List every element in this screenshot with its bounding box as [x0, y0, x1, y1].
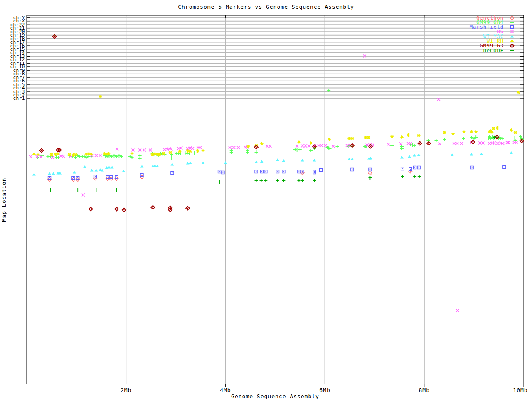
data-point — [171, 172, 174, 175]
data-point — [202, 149, 205, 152]
data-point — [199, 146, 202, 149]
data-point — [276, 158, 279, 161]
data-point — [313, 159, 316, 162]
data-point — [115, 155, 118, 158]
data-point — [332, 145, 335, 148]
x-axis-title: Genome Sequence Assembly — [0, 393, 532, 399]
data-point — [443, 138, 446, 141]
legend-item-gm99-gb4: GM99 GB4 — [0, 20, 532, 25]
data-point — [407, 133, 410, 137]
data-point — [192, 151, 196, 155]
data-point — [103, 152, 106, 155]
data-point — [170, 148, 173, 151]
data-point — [218, 170, 221, 173]
data-point — [131, 149, 134, 152]
data-point — [328, 138, 331, 141]
data-point — [282, 179, 285, 182]
data-point — [170, 156, 173, 160]
data-point — [418, 175, 421, 178]
data-point — [298, 148, 302, 151]
data-point — [364, 136, 367, 139]
data-point — [400, 147, 404, 150]
data-point — [413, 144, 416, 147]
data-point — [107, 152, 110, 155]
data-point — [170, 163, 174, 166]
data-point — [108, 166, 111, 169]
data-point — [94, 169, 98, 172]
data-point — [95, 154, 98, 157]
legend-item-marshfield: Marshfield — [0, 25, 532, 30]
data-point — [83, 155, 86, 158]
data-point — [313, 179, 316, 182]
data-point — [54, 153, 57, 156]
data-point — [115, 188, 118, 192]
series-points-wi-rh — [32, 91, 520, 157]
data-point — [503, 166, 506, 169]
data-point — [324, 144, 327, 147]
data-point — [501, 142, 504, 145]
x-tick-label-10Mb: 10Mb — [504, 387, 532, 393]
data-point — [138, 149, 141, 152]
data-point — [282, 170, 285, 173]
data-point — [99, 154, 102, 157]
data-point — [112, 154, 116, 158]
data-point — [488, 142, 491, 145]
x-tick-label-6Mb: 6Mb — [308, 387, 342, 393]
data-point — [202, 161, 205, 164]
data-point — [48, 172, 51, 175]
data-point — [301, 179, 304, 182]
data-point — [336, 145, 339, 148]
data-point — [453, 142, 456, 145]
series-points-tng — [29, 55, 517, 312]
data-point — [229, 146, 232, 149]
data-point — [297, 140, 300, 144]
data-point — [296, 145, 298, 148]
data-point — [237, 146, 240, 149]
data-point — [492, 127, 495, 130]
plot-area — [0, 0, 532, 399]
data-point — [304, 145, 307, 148]
data-point — [427, 142, 431, 145]
data-point — [153, 164, 157, 167]
data-point — [188, 150, 192, 153]
data-point — [138, 157, 142, 160]
data-point — [401, 175, 404, 178]
data-point — [413, 154, 416, 157]
legend-label: DeCODE — [412, 48, 504, 53]
x-tick-label-8Mb: 8Mb — [408, 387, 441, 393]
data-point — [260, 142, 264, 145]
data-point — [156, 165, 159, 167]
data-point — [474, 130, 478, 133]
x-tick-label-4Mb: 4Mb — [209, 387, 242, 393]
data-point — [158, 153, 161, 156]
data-point — [89, 207, 93, 211]
data-point — [269, 145, 272, 148]
data-point — [350, 158, 354, 160]
data-point — [456, 142, 458, 145]
data-point — [122, 170, 125, 172]
data-point — [517, 91, 520, 94]
data-point — [368, 172, 372, 175]
data-point — [456, 309, 459, 312]
data-point — [255, 150, 258, 154]
data-point — [185, 152, 189, 155]
data-point — [52, 172, 55, 175]
data-point — [309, 149, 313, 152]
data-point — [140, 165, 143, 168]
data-point — [282, 159, 285, 162]
data-point — [224, 161, 227, 164]
data-point — [413, 175, 416, 178]
data-point — [117, 154, 121, 158]
data-point — [350, 137, 354, 140]
data-point — [32, 173, 36, 176]
data-point — [111, 166, 114, 169]
data-point — [438, 143, 441, 145]
data-point — [186, 162, 190, 165]
data-point — [470, 130, 473, 133]
data-point — [515, 141, 518, 144]
data-point — [89, 153, 93, 156]
data-point — [196, 149, 199, 153]
data-point — [351, 168, 354, 171]
chromosome-label-chr1: chr1 — [0, 96, 25, 100]
legend-label: Marshfield — [412, 25, 504, 30]
